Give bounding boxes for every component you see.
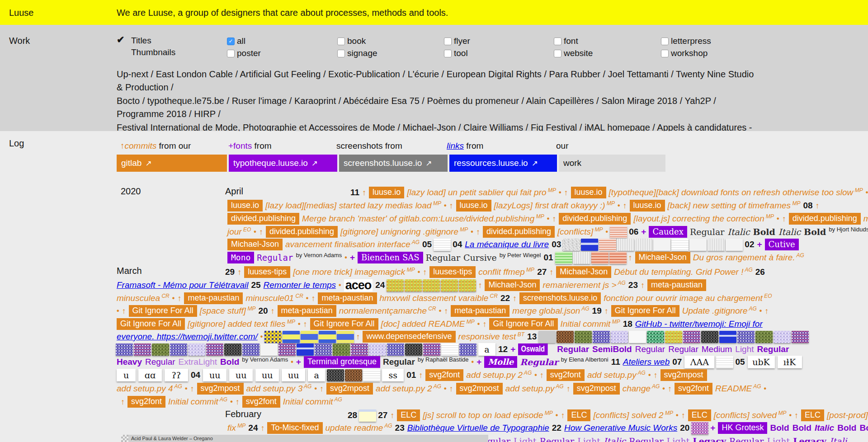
thumbnail[interactable]	[441, 279, 458, 292]
filter-checkbox-poster[interactable]	[227, 50, 235, 57]
commit-message[interactable]: README AG	[715, 384, 761, 394]
commit-message[interactable]: Initial commit MP	[561, 319, 620, 329]
log-link[interactable]: GitHub - twitter/twemoji: Emoji for	[635, 319, 763, 329]
log-link[interactable]: La mécanique du livre	[465, 240, 549, 249]
repo-tag[interactable]: meta-paustian	[451, 305, 509, 317]
commit-message[interactable]: Merge branch 'master' of gitlab.com:Luus…	[302, 214, 544, 224]
repo-tag[interactable]: svg2font	[242, 396, 280, 408]
thumbnail[interactable]	[206, 343, 223, 356]
commit-message[interactable]: [conflicts] solved MP	[714, 410, 787, 420]
thumbnail[interactable]	[726, 239, 743, 251]
thumbnail[interactable]	[351, 343, 368, 356]
thumbnail[interactable]	[683, 331, 700, 343]
font-weight-word[interactable]: Bold	[770, 423, 789, 433]
thumbnail[interactable]	[774, 331, 791, 343]
commit-message[interactable]: main à	[863, 214, 868, 224]
thumbnail[interactable]	[573, 252, 590, 264]
thumbnail[interactable]	[689, 239, 707, 251]
repo-tag[interactable]: luuse.io	[630, 200, 665, 212]
repo-tag[interactable]: www.depensedefensive	[363, 331, 455, 343]
glyph-thumbnail[interactable]: uu	[203, 369, 226, 381]
repo-tag[interactable]: meta-paustian	[184, 292, 243, 304]
thumbnail[interactable]	[345, 369, 362, 381]
thumbnail[interactable]	[405, 343, 422, 356]
repo-tag[interactable]: svg2mpost	[456, 383, 503, 395]
thumbnail[interactable]	[563, 239, 580, 251]
filter-checkbox-website[interactable]	[554, 50, 561, 57]
thumbnail[interactable]	[301, 331, 318, 343]
commit-message[interactable]: jour EO	[227, 227, 251, 237]
font-weight-word[interactable]: Bold	[859, 423, 868, 433]
repo-tag[interactable]: ELC	[801, 409, 824, 421]
commit-message[interactable]: [typotheque][back] download fonts on ref…	[609, 188, 863, 197]
work-button[interactable]: work	[559, 155, 665, 172]
repo-tag[interactable]: Git Ignore For All	[611, 305, 679, 317]
repo-tag[interactable]: Git Ignore For All	[310, 318, 378, 330]
font-weight-word[interactable]: Regular	[426, 253, 460, 263]
font-weight-word[interactable]: Light	[667, 436, 690, 442]
repo-tag[interactable]: Git Ignore For All	[129, 305, 197, 317]
repo-tag[interactable]: luuse.io	[369, 187, 404, 198]
glyph-thumbnail[interactable]: a	[478, 343, 495, 356]
commit-message[interactable]: normalementçamarche CR	[339, 306, 436, 316]
font-weight-word[interactable]: Regular	[520, 357, 558, 367]
font-weight-word[interactable]: Italic	[778, 227, 801, 237]
thumbnail[interactable]	[441, 343, 458, 356]
thumbnail[interactable]	[152, 343, 169, 356]
font-tag[interactable]: Cutive	[765, 239, 799, 250]
thumbnail[interactable]	[691, 422, 708, 434]
filter-checkbox-book[interactable]	[337, 38, 345, 45]
commit-message[interactable]: Initial commit AG	[283, 397, 342, 407]
thumbnail[interactable]	[369, 343, 386, 356]
repo-tag[interactable]: screenshots.luuse.io	[519, 292, 601, 304]
font-weight-word[interactable]: Light	[767, 436, 790, 442]
repo-tag[interactable]: svg2font	[547, 369, 585, 381]
aceo-logo[interactable]: aceo	[344, 279, 373, 292]
font-weight-word[interactable]: Regular	[540, 436, 574, 442]
commit-message[interactable]: Du gros rangement à faire. AG	[693, 253, 804, 263]
titles-toggle[interactable]: Titles	[131, 36, 151, 46]
log-link[interactable]: Bibliothèque Virtuelle de Typographie	[407, 423, 549, 433]
font-tag[interactable]: Caudex	[649, 226, 687, 238]
filter-checkbox-font[interactable]	[554, 38, 561, 45]
thumbnail[interactable]	[701, 331, 718, 343]
thumbnail[interactable]	[434, 239, 451, 251]
font-tag[interactable]: HK Grotesk	[718, 422, 767, 434]
filter-checkbox-letterpress[interactable]	[661, 38, 669, 45]
thumbnail[interactable]	[405, 279, 422, 292]
thumbnail[interactable]	[581, 239, 598, 251]
commit-message[interactable]: change AG	[623, 384, 660, 394]
thumbnail[interactable]	[653, 239, 670, 251]
font-weight-word[interactable]: Regular	[668, 344, 698, 354]
screenshots-luuse-io-button[interactable]: screenshots.luuse.io↗	[339, 155, 448, 172]
commit-message[interactable]: responsive test BT	[458, 332, 524, 342]
thumbnail[interactable]	[387, 343, 404, 356]
typotheque-luuse-io-button[interactable]: typotheque.luuse.io↗	[229, 155, 337, 172]
commit-message[interactable]: add setup.py 4 AG	[117, 384, 182, 394]
thumbnail[interactable]	[278, 343, 296, 356]
repo-tag[interactable]: Michael-Json	[556, 266, 611, 278]
repo-tag[interactable]: Michael-Json	[485, 279, 540, 291]
links-link[interactable]: links	[447, 141, 464, 150]
font-weight-word[interactable]: SemiBold	[592, 344, 632, 354]
commit-message[interactable]: add setup.py 3 AG	[246, 384, 312, 394]
commit-message[interactable]: add setup.py 2 AG	[376, 384, 441, 394]
thumbnail[interactable]	[260, 343, 278, 356]
commit-message[interactable]: [space stuff] MP	[200, 306, 256, 316]
commit-message[interactable]: [back] new setting of timeframes MP	[668, 201, 801, 211]
repo-tag[interactable]: luuse.io	[571, 187, 606, 198]
font-weight-word[interactable]: Regular	[729, 436, 764, 442]
thumbnail[interactable]	[575, 331, 592, 343]
commit-message[interactable]: Initial commit AG	[168, 397, 227, 407]
thumbnail[interactable]	[617, 239, 634, 251]
commit-message[interactable]: Update .gitignore AG	[682, 306, 757, 316]
commit-message[interactable]: [layout.js] correcting the correction MP	[633, 214, 774, 224]
commit-message[interactable]: [conflicts] solved 2 MP	[593, 410, 673, 420]
thumbnail[interactable]	[359, 409, 376, 422]
site-brand[interactable]: Luuse	[9, 8, 34, 18]
thumbnail[interactable]	[337, 331, 354, 343]
commit-message[interactable]: [lazy load][medias] started lazy medias …	[265, 201, 441, 211]
repo-tag[interactable]: svg2font	[127, 396, 165, 408]
thumbnail[interactable]	[423, 279, 440, 292]
thumbnail[interactable]	[116, 343, 133, 356]
